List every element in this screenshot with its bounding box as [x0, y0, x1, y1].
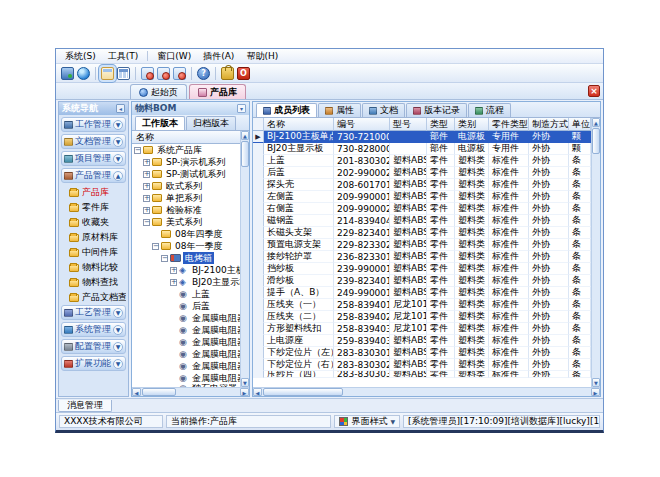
tab-working-version[interactable]: 工作版本 [135, 116, 185, 130]
chevron-down-icon[interactable]: ▼ [113, 137, 123, 147]
collapse-icon[interactable]: − [134, 147, 141, 154]
table-row[interactable]: 右侧盖209-990002-01X塑料ABS零件塑料类标准件外协条 [253, 203, 591, 215]
grid-vertical-scrollbar[interactable]: ▲ ▼ [591, 118, 600, 387]
column-header-7[interactable]: 单位 [569, 118, 591, 131]
table-view-icon[interactable] [117, 67, 130, 80]
item-product-doc-search[interactable]: 产品文档查找 [61, 290, 126, 305]
scroll-thumb[interactable] [263, 388, 343, 396]
table-row[interactable]: 下纱定位片（右）283-830302-00X塑料ABS零件塑料类标准件外协条 [253, 359, 591, 371]
tree-horizontal-scrollbar[interactable]: ◀ ▶ [132, 387, 249, 396]
tree-vertical-scrollbar[interactable]: ▲ ▼ [240, 131, 249, 387]
tree-node[interactable]: ◉金属膜电阻器 [132, 312, 240, 324]
table-row[interactable]: 压线夹（二）258-839402-00X尼龙1010零件塑料类标准件外协条 [253, 311, 591, 323]
tree-node[interactable]: +单把系列 [132, 192, 240, 204]
help-icon[interactable]: ? [197, 67, 210, 80]
column-header-6[interactable]: 制造方式 [529, 118, 569, 131]
chevron-down-icon[interactable]: ▼ [113, 342, 123, 352]
group-process[interactable]: 工艺管理▼ [61, 305, 126, 320]
column-header-3[interactable]: 类型 [427, 118, 455, 131]
close-doc-icon[interactable] [173, 67, 186, 80]
table-row[interactable]: 探头壳208-601701-01X塑料ABS零件塑料类标准件外协条 [253, 179, 591, 191]
expand-icon[interactable]: + [170, 279, 177, 286]
menu-plugins[interactable]: 插件(A) [198, 49, 239, 64]
scroll-thumb[interactable] [592, 128, 600, 154]
table-row[interactable]: 挡纱板239-990001-01X塑料ABS零件塑料类标准件外协条 [253, 263, 591, 275]
table-row[interactable]: 上电源座259-839403-00X塑料ABS零件塑料类标准件外协条 [253, 335, 591, 347]
column-header-1[interactable]: 编号 [334, 118, 390, 131]
tab-version-history[interactable]: 版本记录 [406, 103, 467, 117]
scroll-down-icon[interactable]: ▼ [592, 378, 600, 387]
table-row[interactable]: 磁钢盖214-839404-01X塑料ABS零件塑料类标准件外协条 [253, 215, 591, 227]
item-raw-material-library[interactable]: 原材料库 [61, 230, 126, 245]
tree-node[interactable]: ◉金属膜电阻器 [132, 324, 240, 336]
tab-properties[interactable]: 属性 [318, 103, 361, 117]
tree-node[interactable]: −电烤箱 [132, 252, 240, 264]
bom-window-icon[interactable] [101, 67, 114, 80]
new-doc-icon[interactable] [141, 67, 154, 80]
tab-start-page[interactable]: 起始页 [130, 84, 187, 99]
scroll-thumb[interactable] [142, 388, 176, 396]
scroll-up-icon[interactable]: ▲ [592, 118, 600, 127]
tree-node[interactable]: −系统产品库 [132, 144, 240, 156]
tree-node[interactable]: +SP-演示机系列 [132, 156, 240, 168]
item-favorites[interactable]: 收藏夹 [61, 215, 126, 230]
menu-tools[interactable]: 工具(T) [103, 49, 144, 64]
collapse-icon[interactable]: − [143, 219, 150, 226]
chevron-down-icon[interactable]: ▼ [113, 359, 123, 369]
column-header-0[interactable]: 名称 [264, 118, 334, 131]
column-header-5[interactable]: 零件类型 [489, 118, 529, 131]
tree-node[interactable]: ◉上盖 [132, 288, 240, 300]
chevron-down-icon[interactable]: ▼ [113, 120, 123, 130]
table-row[interactable]: 提手（A、B）249-990001-01X塑料ABS零件塑料类标准件外协条 [253, 287, 591, 299]
column-header-2[interactable]: 型号 [390, 118, 427, 131]
table-row[interactable]: 滑纱板239-823401-00X塑料ABS零件塑料类标准件外协条 [253, 275, 591, 287]
globe-icon[interactable] [77, 67, 90, 80]
desktop-icon[interactable] [61, 67, 74, 80]
scroll-thumb[interactable] [241, 141, 249, 167]
item-product-library[interactable]: 产品库 [61, 185, 126, 200]
tab-workflow[interactable]: 流程 [468, 103, 511, 117]
group-system[interactable]: 系统管理▼ [61, 322, 126, 337]
tree-node[interactable]: +检验标准 [132, 204, 240, 216]
table-row[interactable]: 预置电源支架229-823302-00X塑料ABS零件塑料类标准件外协条 [253, 239, 591, 251]
lock-icon[interactable] [221, 67, 234, 80]
expand-icon[interactable]: + [143, 195, 150, 202]
table-row[interactable]: ▶BJ-2100主板单点730-721000-12X部件电源板专用件外协颗 [253, 131, 591, 143]
expand-icon[interactable]: + [170, 267, 177, 274]
group-config[interactable]: 配置管理▼ [61, 339, 126, 354]
tree-node[interactable]: −美式系列 [132, 216, 240, 228]
tab-message-management[interactable]: 消息管理 [58, 400, 112, 412]
tree-node[interactable]: +欧式系列 [132, 180, 240, 192]
exit-icon[interactable]: O [237, 67, 250, 80]
column-header-4[interactable]: 类别 [455, 118, 489, 131]
item-part-library[interactable]: 零件库 [61, 200, 126, 215]
tree-node[interactable]: +SP-测试机系列 [132, 168, 240, 180]
menu-help[interactable]: 帮助(H) [241, 49, 283, 64]
tree-node[interactable]: ◉金属膜电阻器 [132, 372, 240, 384]
table-row[interactable]: 上盖201-830302-00X塑料ABS零件塑料类标准件外协条 [253, 155, 591, 167]
expand-icon[interactable]: + [143, 171, 150, 178]
tree-node[interactable]: ◉金属膜电阻器 [132, 336, 240, 348]
menu-window[interactable]: 窗口(W) [152, 49, 196, 64]
chevron-down-icon[interactable]: ▼ [113, 325, 123, 335]
table-row[interactable]: BJ20主显示板730-828000-04X部件电源板专用件外协颗 [253, 143, 591, 155]
table-row[interactable]: 后盖202-990002-01X塑料ABS零件塑料类标准件外协条 [253, 167, 591, 179]
collapse-icon[interactable]: − [152, 243, 159, 250]
group-document[interactable]: 文档管理▼ [61, 134, 126, 149]
menu-system[interactable]: 系统(S) [60, 49, 101, 64]
table-row[interactable]: 压线夹（一）258-839401-00X尼龙1010零件塑料类标准件外协条 [253, 299, 591, 311]
tree-column-header[interactable]: 名称 [132, 131, 240, 144]
tree-node[interactable]: ◉金属膜电阻器 [132, 360, 240, 372]
scroll-left-icon[interactable]: ◀ [253, 388, 262, 396]
scroll-up-icon[interactable]: ▲ [241, 131, 249, 140]
expand-icon[interactable]: + [143, 159, 150, 166]
scroll-right-icon[interactable]: ▶ [591, 388, 600, 396]
scroll-down-icon[interactable]: ▼ [241, 378, 249, 387]
chevron-down-icon[interactable]: ▼ [113, 308, 123, 318]
table-row[interactable]: 方形塑料线扣258-839403-00X尼龙1010零件塑料类标准件外协条 [253, 323, 591, 335]
table-row[interactable]: 下纱定位片（左）283-830301-00X塑料ABS零件塑料类标准件外协条 [253, 347, 591, 359]
tab-member-list[interactable]: 成员列表 [256, 103, 317, 117]
chevron-down-icon[interactable]: ▼ [113, 154, 123, 164]
tree-node[interactable]: +◈BJ20主显示板 [132, 276, 240, 288]
tab-product-library[interactable]: 产品库 [189, 84, 246, 99]
